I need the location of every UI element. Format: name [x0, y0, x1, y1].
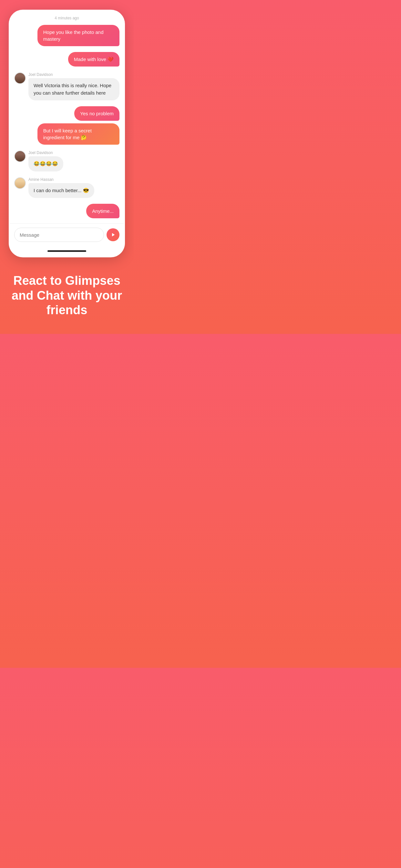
avatar-joel-2	[14, 151, 26, 162]
message-input[interactable]	[14, 228, 104, 242]
bubble-4: But I will keep a secret ingredient for …	[37, 123, 120, 145]
msg-received-amine: Amine Hassan I can do much better... 😎	[14, 177, 120, 198]
avatar-amine	[14, 177, 26, 189]
msg-sent-4: But I will keep a secret ingredient for …	[14, 123, 120, 145]
cta-section: React to Glimpses and Chat with your fri…	[4, 264, 130, 321]
msg-received-inner-3: Amine Hassan I can do much better... 😎	[28, 177, 94, 198]
msg-received-joel-1: Joel Davidson Well Victoria this is real…	[14, 72, 120, 100]
send-button[interactable]	[106, 228, 120, 241]
sender-joel-2: Joel Davidson	[28, 151, 63, 155]
msg-sent-2: Made with love ❤️	[14, 52, 120, 66]
bubble-amine: I can do much better... 😎	[28, 183, 94, 198]
msg-received-inner-1: Joel Davidson Well Victoria this is real…	[28, 72, 120, 100]
msg-sent-1: Hope you like the photo and mastery	[14, 25, 120, 46]
home-bar	[48, 250, 86, 252]
msg-received-joel-2: Joel Davidson 😂😂😂😂	[14, 151, 120, 172]
sender-amine: Amine Hassan	[28, 177, 94, 182]
avatar-joel-1	[14, 72, 26, 84]
bubble-5: Anytime...	[86, 204, 120, 218]
bubble-2: Made with love ❤️	[68, 52, 120, 66]
msg-sent-5: Anytime...	[14, 204, 120, 218]
timestamp: 4 minutes ago	[14, 16, 120, 20]
chat-area: 4 minutes ago Hope you like the photo an…	[10, 11, 124, 218]
msg-sent-3: Yes no problem	[14, 106, 120, 121]
bubble-joel-1: Well Victoria this is really nice. Hope …	[28, 78, 120, 100]
bubble-1: Hope you like the photo and mastery	[37, 25, 120, 46]
bubble-3: Yes no problem	[74, 106, 120, 121]
phone-frame: 4 minutes ago Hope you like the photo an…	[9, 10, 125, 257]
msg-received-inner-2: Joel Davidson 😂😂😂😂	[28, 151, 63, 172]
sender-joel-1: Joel Davidson	[28, 72, 120, 77]
cta-line1: React to Glimpses and Chat with your fri…	[11, 274, 122, 318]
input-bar	[10, 223, 124, 247]
home-indicator	[10, 247, 124, 256]
bubble-joel-2: 😂😂😂😂	[28, 156, 63, 172]
send-icon	[110, 232, 116, 238]
